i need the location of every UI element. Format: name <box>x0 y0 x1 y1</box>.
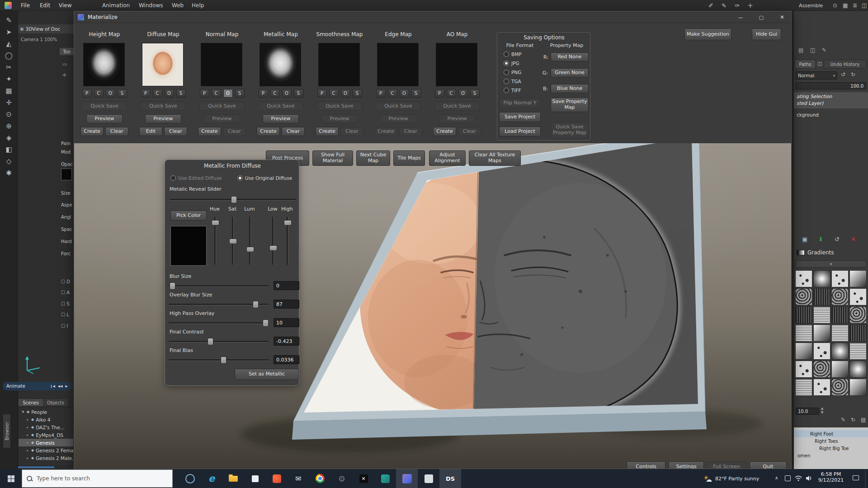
preview-button[interactable]: Preview <box>145 114 181 123</box>
show-desktop-button[interactable] <box>865 469 868 488</box>
metallic-reveal-slider[interactable] <box>170 199 296 201</box>
close-button[interactable]: ✕ <box>774 11 790 23</box>
scene-tree-item[interactable]: ▸◆ EyMps4_DS <box>19 431 74 439</box>
gradient-thumbnail[interactable] <box>795 288 812 305</box>
clear-button[interactable]: Clear <box>340 127 363 136</box>
menu-view[interactable]: View <box>57 0 73 11</box>
gradient-thumbnail[interactable] <box>849 361 867 378</box>
smoothness-map-thumbnail[interactable] <box>318 43 360 86</box>
ellipse-select-tool-icon[interactable]: ◯ <box>0 50 18 61</box>
settings-icon[interactable]: ⚙ <box>331 469 353 488</box>
save-button[interactable]: S <box>176 89 186 98</box>
next-cube-map-button[interactable]: Next Cube Map <box>356 150 390 166</box>
tree-scrollbar[interactable] <box>18 466 54 468</box>
gradient-thumbnail[interactable] <box>831 379 849 396</box>
dock-brush-icon[interactable]: ▤ <box>798 47 803 53</box>
open-button[interactable]: O <box>223 89 233 98</box>
rewind-icon[interactable]: ◀◀ <box>58 385 63 388</box>
set-as-metallic-button[interactable]: Set as Metallic <box>235 369 299 380</box>
draw-tool-icon[interactable]: ✎ <box>720 0 728 11</box>
expander-icon[interactable]: ▸ <box>26 433 29 437</box>
cursor-tool-icon[interactable]: ➤ <box>0 26 18 38</box>
tray-chevron-icon[interactable]: ∧ <box>775 475 778 480</box>
red-channel-button[interactable]: Red None <box>551 52 589 61</box>
refresh-icon[interactable]: ↻ <box>851 417 855 423</box>
gradient-thumbnail[interactable] <box>813 288 830 305</box>
gradient-thumbnail[interactable] <box>831 343 849 360</box>
hand-tool-icon[interactable]: ✛ <box>62 72 66 78</box>
clock[interactable]: 6:58 PM 9/12/2021 <box>815 471 847 483</box>
use-original-diffuse-radio[interactable]: Use Original Diffuse <box>237 175 292 181</box>
hue-slider[interactable] <box>214 217 216 265</box>
gradient-thumbnail[interactable] <box>849 270 867 287</box>
open-button[interactable]: O <box>458 89 468 98</box>
layer-toggle[interactable]: ☐ I <box>61 324 68 328</box>
format-radio-jpg[interactable]: JPG <box>504 61 519 66</box>
copy-button[interactable]: C <box>153 89 162 98</box>
layer-row-selected[interactable]: ating Selection sted Layer) <box>794 92 868 108</box>
materialize-taskbar-icon[interactable] <box>396 469 418 488</box>
move-tool-icon[interactable]: ✛ <box>0 97 18 108</box>
view-tab[interactable]: ▣ 3DView of Doc <box>18 24 74 33</box>
edge-icon[interactable]: e <box>201 469 222 488</box>
dock-icon[interactable]: ▭ <box>62 61 67 67</box>
scene-tree-item[interactable]: ▼◆ People <box>19 408 74 416</box>
scene-tree-item[interactable]: ▸◆ Genesis 2 Male... <box>19 454 74 462</box>
menu-animation[interactable]: Animation <box>100 0 132 11</box>
scissors-tool-icon[interactable]: ✂ <box>0 61 18 73</box>
hide-gui-button[interactable]: Hide Gui <box>752 28 781 40</box>
app-icon-teal[interactable] <box>374 469 396 488</box>
low-slider[interactable] <box>272 217 274 265</box>
gradient-thumbnail[interactable] <box>831 361 849 378</box>
save-button[interactable]: S <box>353 89 362 98</box>
paste-button[interactable]: P <box>259 89 268 98</box>
download-icon[interactable]: ⬇ <box>818 236 823 243</box>
paste-button[interactable]: P <box>317 89 327 98</box>
bone-row-selected[interactable]: Right Foot <box>794 430 868 437</box>
adjust-alignment-button[interactable]: Adjust Alignment <box>429 150 466 166</box>
load-project-button[interactable]: Load Project <box>499 127 541 136</box>
magic-wand-tool-icon[interactable]: ✦ <box>0 73 18 85</box>
gradient-thumbnail[interactable] <box>795 343 812 360</box>
shape-tool-icon[interactable]: ◇ <box>0 155 18 167</box>
undo-icon[interactable]: ↺ <box>841 71 845 78</box>
grid-tool-icon[interactable]: ▦ <box>0 85 18 97</box>
slider-handle[interactable] <box>269 245 277 251</box>
gradient-thumbnail[interactable] <box>849 306 867 324</box>
flip-normal-y-button[interactable]: Flip Normal Y <box>499 99 541 108</box>
store-icon[interactable] <box>244 469 266 488</box>
paste-button[interactable]: P <box>435 89 444 98</box>
slider-handle[interactable] <box>170 282 175 290</box>
title-bar[interactable]: Materialize — ▢ ✕ <box>74 11 791 23</box>
layer-row[interactable]: ckground <box>797 112 819 117</box>
frame-icon[interactable]: ▣ <box>802 236 807 243</box>
daz-studio-icon[interactable]: DS <box>439 469 461 488</box>
gradient-thumbnail[interactable] <box>831 270 849 287</box>
clear-button[interactable]: Clear <box>399 127 422 136</box>
save-project-button[interactable]: Save Project <box>499 112 541 122</box>
chrome-icon[interactable] <box>309 469 331 488</box>
clear-button[interactable]: Clear <box>164 127 187 136</box>
search-input[interactable] <box>36 475 160 482</box>
create-button[interactable]: Create <box>374 127 397 136</box>
gradient-thumbnail[interactable] <box>795 306 812 324</box>
redo-icon[interactable]: ↻ <box>851 71 855 78</box>
save-button[interactable]: S <box>411 89 421 98</box>
transform-tool-icon[interactable]: ⊕ <box>0 120 18 132</box>
star-tool-icon[interactable]: ✱ <box>0 167 18 179</box>
save-property-map-button[interactable]: Save Property Map <box>551 98 589 112</box>
spinner-up-icon[interactable]: ▲ <box>821 407 823 410</box>
fill-tool-icon[interactable]: ◧ <box>0 144 18 155</box>
final-contrast-value[interactable]: -0.423 <box>274 337 299 346</box>
gradient-thumbnail[interactable] <box>813 306 830 324</box>
copy-button[interactable]: C <box>447 89 456 98</box>
slider-handle[interactable] <box>246 247 254 252</box>
final-bias-value[interactable]: 0.0336 <box>274 355 299 364</box>
tray-app-icon[interactable] <box>785 475 791 481</box>
list-view-icon[interactable]: ≣ <box>851 0 859 11</box>
mail-icon[interactable]: ✉ <box>288 469 309 488</box>
gradient-thumbnail[interactable] <box>831 324 849 342</box>
bone-row[interactable]: omen <box>794 452 868 459</box>
open-button[interactable]: O <box>165 89 174 98</box>
gradient-thumbnail[interactable] <box>849 324 867 342</box>
